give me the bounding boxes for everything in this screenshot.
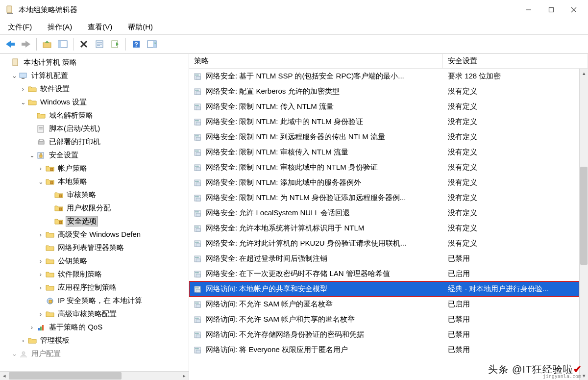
tree-hscrollbar[interactable]: ◂ ▸	[0, 371, 189, 380]
tree-security-settings[interactable]: ⌄ 安全设置	[2, 149, 189, 162]
policy-row[interactable]: 网络安全: 允许 LocalSystem NULL 会话回退没有定义	[189, 205, 579, 221]
policy-row[interactable]: 网络安全: 限制 NTLM: 此域中的 NTLM 身份验证没有定义	[189, 114, 579, 129]
menu-view[interactable]: 查看(V)	[84, 22, 116, 33]
show-hide-tree-button[interactable]	[55, 37, 70, 51]
policy-name: 网络访问: 不允许 SAM 帐户的匿名枚举	[204, 300, 443, 309]
tree-deployed-printers[interactable]: 已部署的打印机	[2, 135, 189, 149]
svg-rect-87	[196, 228, 200, 231]
svg-rect-26	[20, 73, 26, 77]
maximize-button[interactable]	[540, 1, 563, 19]
policy-row[interactable]: 网络安全: 限制 NTLM: 添加此域中的服务器例外没有定义	[189, 175, 579, 190]
policy-row[interactable]: 网络安全: 在下一次更改密码时不存储 LAN 管理器哈希值已启用	[189, 266, 579, 281]
column-setting[interactable]: 安全设置	[443, 54, 588, 68]
policy-row[interactable]: 网络安全: 限制 NTLM: 传入 NTLM 流量没有定义	[189, 99, 579, 114]
svg-point-92	[196, 241, 197, 243]
scroll-right-icon[interactable]: ▸	[180, 372, 189, 380]
policy-setting: 已禁用	[443, 254, 579, 263]
policy-row[interactable]: 网络访问: 将 Everyone 权限应用于匿名用户已禁用	[189, 342, 579, 357]
menu-action[interactable]: 操作(A)	[44, 22, 76, 33]
policy-row[interactable]: 网络访问: 不允许 SAM 帐户的匿名枚举已启用	[189, 297, 579, 312]
svg-rect-32	[39, 139, 43, 141]
tree-advanced-firewall[interactable]: › 高级安全 Windows Defen	[2, 228, 189, 241]
policy-row[interactable]: 网络访问: 不允许 SAM 帐户和共享的匿名枚举已禁用	[189, 312, 579, 327]
policy-row[interactable]: 网络安全: 限制 NTLM: 审核传入 NTLM 流量没有定义	[189, 145, 579, 160]
svg-point-73	[197, 165, 199, 167]
policy-setting: 已禁用	[443, 330, 579, 339]
tree-ip-security[interactable]: IP 安全策略，在 本地计算	[2, 294, 189, 307]
policy-name: 网络安全: 在超过登录时间后强制注销	[204, 254, 443, 263]
list-body[interactable]: 网络安全: 基于 NTLM SSP 的(包括安全 RPC)客户端的最小...要求…	[189, 69, 579, 380]
policy-setting: 没有定义	[443, 163, 579, 172]
policy-row[interactable]: 网络访问: 本地帐户的共享和安全模型经典 - 对本地用户进行身份验...	[189, 281, 579, 297]
svg-rect-111	[196, 320, 200, 323]
svg-text:?: ?	[134, 41, 138, 48]
tree-account-policy[interactable]: › 帐户策略	[2, 162, 189, 175]
policy-row[interactable]: 网络安全: 限制 NTLM: 审核此域中的 NTLM 身份验证没有定义	[189, 160, 579, 175]
tree-qos[interactable]: › 基于策略的 QoS	[2, 321, 189, 334]
up-button[interactable]	[40, 37, 54, 51]
qos-icon	[36, 323, 46, 332]
policy-row[interactable]: 网络安全: 允许对此计算机的 PKU2U 身份验证请求使用联机...没有定义	[189, 236, 579, 251]
tree-root[interactable]: ▾ 本地计算机 策略	[2, 56, 189, 69]
tree-network-list[interactable]: 网络列表管理器策略	[2, 241, 189, 254]
tree-admin-templates[interactable]: › 管理模板	[2, 334, 189, 347]
close-button[interactable]	[563, 1, 585, 19]
folder-icon	[36, 111, 46, 121]
tree-audit-policy[interactable]: 审核策略	[2, 188, 189, 202]
tree[interactable]: ▾ 本地计算机 策略 ⌄ 计算机配置 › 软件设置 ⌄ Windows 设置	[0, 54, 189, 360]
tree-public-key[interactable]: › 公钥策略	[2, 254, 189, 268]
tree-computer-config[interactable]: ⌄ 计算机配置	[2, 69, 189, 82]
export-button[interactable]	[108, 37, 122, 51]
tree-local-policy[interactable]: ⌄ 本地策略	[2, 175, 189, 188]
tree-scripts[interactable]: 脚本(启动/关机)	[2, 122, 189, 135]
tree-advanced-audit[interactable]: › 高级审核策略配置	[2, 307, 189, 321]
svg-point-101	[197, 272, 199, 273]
policy-row[interactable]: 网络安全: 限制 NTLM: 到远程服务器的传出 NTLM 流量没有定义	[189, 129, 579, 145]
list-vscrollbar[interactable]: ▴ ▾	[579, 69, 588, 380]
menu-help[interactable]: 帮助(H)	[124, 22, 157, 33]
svg-rect-37	[59, 195, 62, 197]
policy-icon	[192, 194, 204, 202]
svg-point-88	[196, 226, 197, 228]
svg-rect-71	[196, 168, 200, 171]
column-policy[interactable]: 策略	[189, 54, 443, 68]
forward-button[interactable]	[19, 37, 33, 51]
tree-windows-settings[interactable]: ⌄ Windows 设置	[2, 96, 189, 109]
tree-user-config[interactable]: ⌄ 用户配置	[2, 347, 189, 360]
properties-button[interactable]	[92, 37, 107, 51]
policy-icon	[192, 316, 204, 324]
tree-app-control[interactable]: › 应用程序控制策略	[2, 281, 189, 294]
scroll-thumb[interactable]	[580, 167, 588, 265]
tree-dns-policy[interactable]: 域名解析策略	[2, 109, 189, 122]
tree-user-rights[interactable]: 用户权限分配	[2, 202, 189, 215]
svg-rect-25	[13, 59, 18, 66]
policy-row[interactable]: 网络安全: 限制 NTLM: 为 NTLM 身份验证添加远程服务器例...没有定…	[189, 190, 579, 205]
svg-rect-79	[196, 198, 200, 201]
tree-security-options[interactable]: 安全选项	[2, 215, 189, 228]
scroll-thumb[interactable]	[9, 372, 122, 380]
folder-icon	[27, 98, 37, 107]
policy-row[interactable]: 网络安全: 允许本地系统将计算机标识用于 NTLM没有定义	[189, 221, 579, 236]
help-button[interactable]: ?	[129, 37, 144, 51]
policy-row[interactable]: 网络访问: 不允许存储网络身份验证的密码和凭据已禁用	[189, 327, 579, 342]
filter-button[interactable]	[145, 37, 159, 51]
tree-software-restriction[interactable]: › 软件限制策略	[2, 268, 189, 281]
policy-setting: 没有定义	[443, 193, 579, 203]
tree-software-settings[interactable]: › 软件设置	[2, 82, 189, 96]
scroll-up-icon[interactable]: ▴	[580, 69, 588, 77]
script-icon	[36, 124, 46, 134]
svg-point-65	[197, 135, 199, 136]
main-area: ▾ 本地计算机 策略 ⌄ 计算机配置 › 软件设置 ⌄ Windows 设置	[0, 54, 588, 380]
minimize-button[interactable]	[517, 1, 540, 19]
check-icon: ✔	[573, 364, 582, 375]
policy-icon	[192, 73, 204, 80]
back-button[interactable]	[3, 37, 18, 51]
policy-row[interactable]: 网络安全: 配置 Kerberos 允许的加密类型没有定义	[189, 84, 579, 99]
svg-point-60	[196, 120, 197, 121]
policy-row[interactable]: 网络安全: 基于 NTLM SSP 的(包括安全 RPC)客户端的最小...要求…	[189, 69, 579, 84]
scroll-left-icon[interactable]: ◂	[0, 372, 9, 380]
menu-file[interactable]: 文件(F)	[4, 22, 36, 33]
delete-button[interactable]	[76, 37, 91, 51]
policy-row[interactable]: 网络安全: 在超过登录时间后强制注销已禁用	[189, 251, 579, 266]
policy-icon	[192, 179, 204, 187]
